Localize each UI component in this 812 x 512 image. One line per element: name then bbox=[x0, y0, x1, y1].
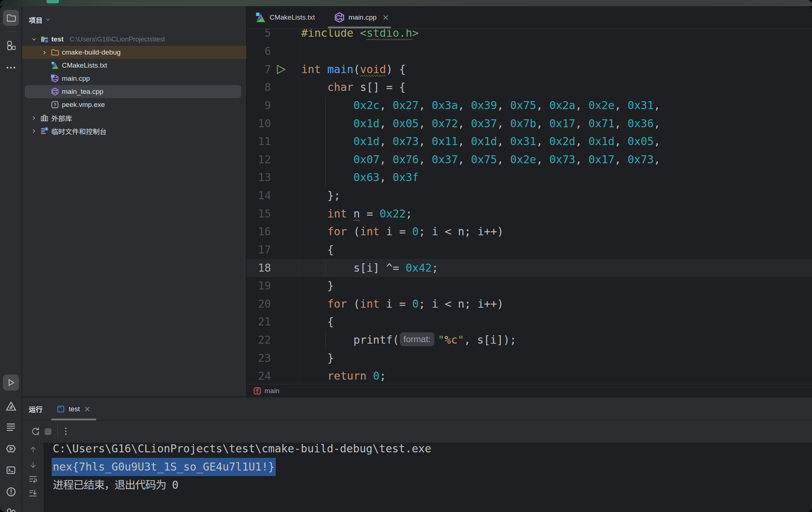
line-number[interactable]: 19 bbox=[247, 277, 271, 295]
code-token: , bbox=[419, 135, 432, 148]
editor-tab-cmakelists-txt[interactable]: CMakeLists.txt bbox=[250, 6, 315, 29]
code-token: stdio.h bbox=[366, 29, 412, 39]
prev-occurrence-button[interactable] bbox=[28, 445, 38, 454]
line-number[interactable]: 8 bbox=[247, 78, 271, 96]
users-icon[interactable] bbox=[3, 505, 19, 512]
project-panel-header[interactable]: 项目 bbox=[29, 15, 51, 24]
line-number[interactable]: 20 bbox=[247, 295, 271, 313]
project-folder-icon[interactable] bbox=[3, 10, 19, 26]
tree-item-main-cpp[interactable]: main.cpp bbox=[22, 72, 246, 85]
chevron-down-icon[interactable] bbox=[31, 37, 37, 42]
code-token: " bbox=[458, 333, 464, 346]
next-occurrence-button[interactable] bbox=[28, 460, 38, 470]
code-token: 0x17 bbox=[549, 117, 576, 130]
line-number[interactable]: 17 bbox=[247, 241, 271, 259]
code-token: s[] = { bbox=[360, 81, 406, 93]
tree-item-test[interactable]: testC:\Users\G16\CLionProjects\test bbox=[22, 33, 246, 46]
line-number[interactable]: 9 bbox=[247, 96, 271, 115]
editor-tab-main-cpp[interactable]: main.cpp bbox=[328, 6, 389, 29]
line-number[interactable]: 6 bbox=[247, 42, 271, 60]
close-icon[interactable] bbox=[84, 405, 91, 413]
code-line-21: 21 { bbox=[247, 313, 812, 331]
scroll-to-end-button[interactable] bbox=[28, 489, 38, 498]
stop-button[interactable] bbox=[44, 428, 52, 435]
console-output[interactable]: C:\Users\G16\CLionProjects\test\cmake-bu… bbox=[44, 443, 812, 512]
todo-icon[interactable] bbox=[3, 419, 19, 435]
code-token: 0 bbox=[412, 225, 419, 238]
tree-item--[interactable]: 外部库 bbox=[22, 111, 246, 124]
code-token: ( bbox=[347, 297, 360, 310]
console-line: 进程已结束，退出代码为 0 bbox=[53, 476, 178, 494]
code-token: , bbox=[654, 117, 660, 130]
breadcrumb-item[interactable]: main bbox=[264, 387, 279, 395]
line-number[interactable]: 14 bbox=[247, 187, 271, 205]
code-token bbox=[301, 99, 354, 112]
cmake-icon bbox=[51, 61, 59, 70]
line-number[interactable]: 16 bbox=[247, 223, 271, 241]
code-line-text: #include <stdio.h> bbox=[301, 29, 419, 42]
code-token: , bbox=[419, 99, 432, 112]
code-line-text: 0x07, 0x76, 0x37, 0x75, 0x2e, 0x73, 0x17… bbox=[301, 151, 660, 169]
terminal-icon[interactable] bbox=[3, 462, 19, 478]
line-number[interactable]: 21 bbox=[247, 313, 271, 331]
code-line-text: char s[] = { bbox=[301, 78, 406, 96]
tree-item-label: 外部库 bbox=[51, 113, 72, 123]
services-icon[interactable] bbox=[3, 441, 19, 457]
line-number[interactable]: 11 bbox=[247, 132, 271, 151]
line-number[interactable]: 13 bbox=[247, 168, 271, 187]
line-number[interactable]: 5 bbox=[247, 29, 271, 42]
code-token: 0x1d bbox=[588, 135, 614, 148]
tree-item-main-tea-cpp[interactable]: main_tea.cpp bbox=[22, 85, 246, 98]
structure-icon[interactable] bbox=[3, 37, 19, 53]
ide-window: 项目 testC:\Users\G16\CLionProjects\testcm… bbox=[0, 6, 812, 512]
chevron-down-icon bbox=[45, 17, 51, 23]
chevron-right-icon[interactable] bbox=[42, 50, 47, 55]
code-token: 0x71 bbox=[588, 117, 614, 130]
code-line-20: 20 for (int i = 0; i < n; i++) bbox=[247, 295, 812, 313]
code-token: 0x76 bbox=[393, 153, 419, 166]
code-editor[interactable]: 5#include <stdio.h>67int main(void) {8 c… bbox=[247, 29, 812, 384]
background-window-strip bbox=[0, 0, 812, 6]
run-tool-window: 运行 test C:\Users\G16\CLionProjects\test\… bbox=[22, 397, 812, 512]
code-token: 0x75 bbox=[510, 99, 536, 112]
tree-item-content: 外部库 bbox=[31, 111, 72, 124]
rerun-button[interactable] bbox=[30, 426, 41, 437]
code-line-22: 22 printf(format:"%c", s[i]); bbox=[247, 331, 812, 349]
chevron-right-icon[interactable] bbox=[31, 128, 37, 134]
tree-item-cmakelists-txt[interactable]: CMakeLists.txt bbox=[22, 59, 246, 72]
line-number[interactable]: 23 bbox=[247, 349, 271, 367]
tree-item--[interactable]: 临时文件和控制台 bbox=[22, 124, 246, 137]
notifications-icon[interactable] bbox=[3, 484, 19, 500]
run-tool-window-title[interactable]: 运行 bbox=[29, 397, 43, 420]
tree-item-peek-vmp-exe[interactable]: ?peek.vmp.exe bbox=[22, 98, 246, 111]
line-number[interactable]: 24 bbox=[247, 367, 271, 384]
run-icon[interactable] bbox=[3, 375, 19, 391]
chevron-right-icon[interactable] bbox=[31, 115, 37, 121]
tab-label: CMakeLists.txt bbox=[270, 13, 315, 21]
code-line-12: 12 0x07, 0x76, 0x37, 0x75, 0x2e, 0x73, 0… bbox=[247, 151, 812, 169]
close-icon[interactable] bbox=[382, 14, 389, 21]
problems-icon[interactable] bbox=[3, 398, 19, 414]
code-token: for bbox=[327, 297, 347, 310]
code-token: 0x63 bbox=[354, 171, 380, 184]
more-icon[interactable] bbox=[3, 60, 19, 76]
line-number[interactable]: 7 bbox=[247, 60, 271, 79]
console-line: C:\Users\G16\CLionProjects\test\cmake-bu… bbox=[53, 440, 431, 458]
code-token: ; bbox=[379, 369, 386, 382]
line-number[interactable]: 18 bbox=[247, 259, 271, 277]
line-number[interactable]: 10 bbox=[247, 115, 271, 133]
soft-wrap-button[interactable] bbox=[28, 474, 38, 484]
line-number[interactable]: 15 bbox=[247, 205, 271, 223]
code-token: ; bbox=[406, 207, 412, 220]
code-token: void bbox=[360, 63, 386, 76]
run-tab[interactable]: test bbox=[56, 397, 91, 420]
run-line-icon[interactable] bbox=[275, 64, 286, 75]
code-line-text: s[i] ^= 0x42; bbox=[301, 259, 438, 277]
chevron-spacer bbox=[42, 76, 47, 81]
tree-item-content: CMakeLists.txt bbox=[42, 59, 107, 72]
kebab-icon[interactable] bbox=[61, 427, 71, 436]
code-token: i = bbox=[379, 297, 412, 310]
tree-item-cmake-build-debug[interactable]: cmake-build-debug bbox=[22, 46, 246, 59]
line-number[interactable]: 12 bbox=[247, 151, 271, 169]
line-number[interactable]: 22 bbox=[247, 331, 271, 349]
